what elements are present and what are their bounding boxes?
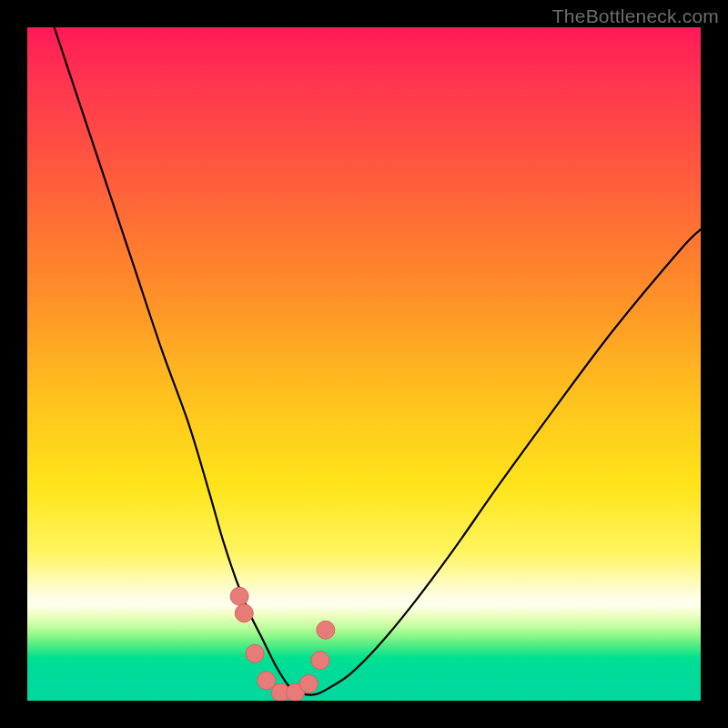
bottleneck-curve: [55, 27, 701, 695]
marker-dot: [299, 675, 318, 693]
chart-svg: [27, 27, 701, 701]
marker-dot: [235, 604, 253, 622]
marker-dot: [311, 652, 329, 670]
marker-dot: [258, 672, 276, 690]
marker-dot: [230, 587, 248, 605]
watermark-text: TheBottleneck.com: [552, 5, 719, 27]
marker-dot: [317, 621, 335, 639]
plot-area: [27, 27, 701, 701]
marker-dot: [246, 644, 264, 662]
outer-frame: TheBottleneck.com: [0, 0, 728, 728]
highlighted-points: [230, 587, 335, 701]
